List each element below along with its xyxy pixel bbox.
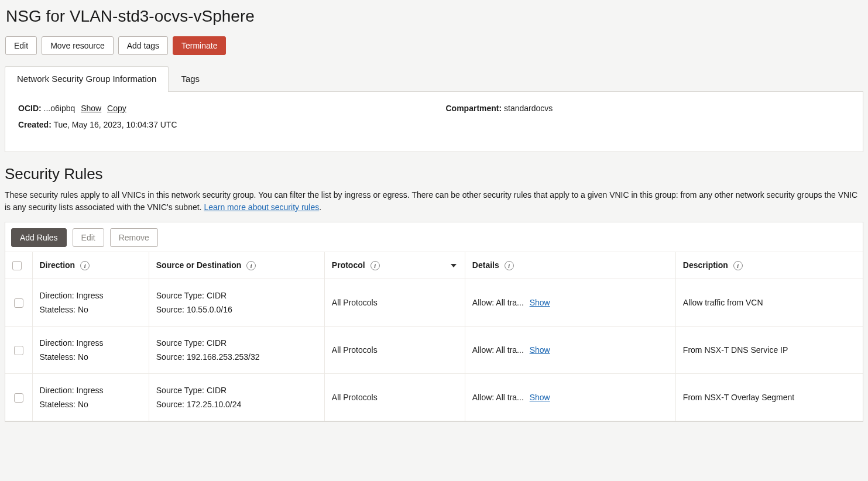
source-label: Source: [156,305,184,314]
source-value: 192.168.253.253/32 [187,352,260,362]
learn-more-link[interactable]: Learn more about security rules [204,202,319,212]
direction-value: Ingress [77,291,104,300]
direction-label: Direction: [40,291,74,300]
details-value: All tra... [496,393,523,402]
security-rules-description-text: These security rules apply to all VNICs … [5,190,857,212]
protocol-cell: All Protocols [324,374,465,421]
direction-label: Direction: [40,386,74,395]
protocol-cell: All Protocols [324,327,465,374]
description-cell: From NSX-T Overlay Segment [675,374,863,421]
allow-label: Allow: [472,298,494,307]
details-value: All tra... [496,298,523,307]
source-type-value: CIDR [207,291,227,300]
select-all-checkbox[interactable] [12,261,22,270]
table-row: Direction: Ingress Stateless: No Source … [5,327,863,374]
ocid-show-link[interactable]: Show [81,104,101,113]
source-label: Source: [156,352,184,362]
info-panel: OCID: ...o6ipbq Show Copy Created: Tue, … [5,92,863,152]
info-icon[interactable]: i [733,261,743,270]
direction-label: Direction: [40,338,74,348]
edit-button[interactable]: Edit [5,36,37,55]
caret-down-icon [451,264,457,267]
source-label: Source: [156,400,184,409]
info-icon[interactable]: i [80,261,90,270]
row-checkbox[interactable] [14,346,23,355]
source-type-label: Source Type: [156,338,204,348]
rules-table-wrap: Add Rules Edit Remove Direction i Source… [5,222,863,422]
tab-bar: Network Security Group Information Tags [5,66,863,92]
add-rules-button[interactable]: Add Rules [11,228,67,247]
details-show-link[interactable]: Show [530,393,550,402]
ocid-copy-link[interactable]: Copy [107,104,126,113]
ocid-label: OCID: [18,104,42,113]
allow-label: Allow: [472,345,494,355]
source-type-label: Source Type: [156,291,204,300]
table-row: Direction: Ingress Stateless: No Source … [5,279,863,327]
security-rules-description: These security rules apply to all VNICs … [5,189,863,214]
header-select-all [5,252,32,279]
security-rules-title: Security Rules [5,165,863,183]
stateless-value: No [78,400,88,409]
allow-label: Allow: [472,393,494,402]
header-direction[interactable]: Direction i [32,252,149,279]
tab-nsg-info[interactable]: Network Security Group Information [5,66,169,92]
table-row: Direction: Ingress Stateless: No Source … [5,374,863,421]
remove-rules-button[interactable]: Remove [110,228,158,247]
header-source-destination[interactable]: Source or Destination i [149,252,324,279]
info-icon[interactable]: i [370,261,380,270]
move-resource-button[interactable]: Move resource [42,36,114,55]
header-direction-label: Direction [40,260,76,270]
source-value: 10.55.0.0/16 [187,305,232,314]
header-protocol[interactable]: Protocol i [324,252,465,279]
header-details[interactable]: Details i [465,252,675,279]
action-bar: Edit Move resource Add tags Terminate [5,36,863,55]
source-type-value: CIDR [207,338,227,348]
created-label: Created: [18,120,52,129]
ocid-row: OCID: ...o6ipbq Show Copy [18,104,423,113]
compartment-label: Compartment: [446,104,502,113]
stateless-value: No [78,352,88,362]
terminate-button[interactable]: Terminate [173,36,226,55]
stateless-label: Stateless: [40,400,76,409]
source-value: 172.25.10.0/24 [187,400,241,409]
add-tags-button[interactable]: Add tags [118,36,168,55]
protocol-cell: All Protocols [324,279,465,327]
tab-tags[interactable]: Tags [169,66,212,92]
details-value: All tra... [496,345,523,355]
created-value: Tue, May 16, 2023, 10:04:37 UTC [53,120,177,129]
info-icon[interactable]: i [246,261,256,270]
edit-rules-button[interactable]: Edit [73,228,104,247]
row-checkbox[interactable] [14,298,23,308]
rules-table-actions: Add Rules Edit Remove [5,222,863,252]
header-description[interactable]: Description i [675,252,863,279]
compartment-value: standardocvs [504,104,553,113]
details-show-link[interactable]: Show [530,298,550,307]
info-icon[interactable]: i [505,261,514,270]
source-type-label: Source Type: [156,386,204,395]
compartment-row: Compartment: standardocvs [446,104,850,113]
row-checkbox[interactable] [14,393,23,403]
created-row: Created: Tue, May 16, 2023, 10:04:37 UTC [18,120,423,129]
direction-value: Ingress [77,338,104,348]
header-source-destination-label: Source or Destination [156,260,241,270]
stateless-label: Stateless: [40,305,76,314]
source-type-value: CIDR [207,386,227,395]
ocid-value: ...o6ipbq [44,104,76,113]
description-cell: From NSX-T DNS Service IP [675,327,863,374]
rules-table: Direction i Source or Destination i Prot… [5,252,863,421]
header-description-label: Description [683,260,728,270]
header-details-label: Details [472,260,499,270]
stateless-value: No [78,305,88,314]
description-cell: Allow traffic from VCN [675,279,863,327]
direction-value: Ingress [77,386,104,395]
header-protocol-label: Protocol [332,260,365,270]
page-title: NSG for VLAN-std3-ocvs-vSphere [6,7,863,26]
stateless-label: Stateless: [40,352,76,362]
details-show-link[interactable]: Show [530,345,550,355]
